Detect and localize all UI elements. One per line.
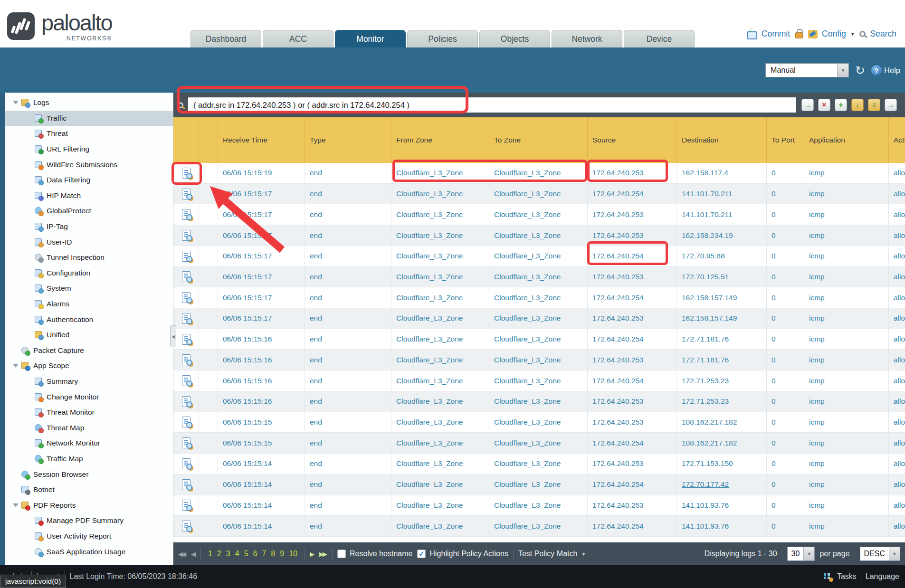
sidebar-item-manage-pdf-summary[interactable]: Manage PDF Summary (5, 513, 173, 529)
sidebar-item-traffic[interactable]: Traffic (5, 111, 173, 126)
log-detail-icon[interactable] (182, 230, 191, 241)
highlight-policy-checkbox[interactable]: ✓ (417, 550, 426, 558)
table-row[interactable]: 06/06 15:15:19endCloudflare_L3_ZoneCloud… (173, 163, 905, 184)
sidebar-item-threat-monitor[interactable]: Threat Monitor (5, 405, 173, 420)
sidebar-item-wildfire-submissions[interactable]: WildFire Submissions (5, 157, 173, 172)
table-row[interactable]: 06/06 15:15:17endCloudflare_L3_ZoneCloud… (173, 225, 905, 246)
sidebar-item-globalprotect[interactable]: GlobalProtect (5, 203, 173, 219)
destination-value[interactable]: 141.101.93.76 (682, 522, 729, 531)
destination-value[interactable]: 108.162.217.182 (682, 439, 737, 447)
source-value[interactable]: 172.64.240.254 (592, 190, 644, 198)
tab-network[interactable]: Network (552, 30, 622, 47)
table-row[interactable]: 06/06 15:15:15endCloudflare_L3_ZoneCloud… (173, 433, 905, 454)
column-header-blank[interactable] (199, 117, 218, 163)
source-value[interactable]: 172.64.240.253 (592, 397, 644, 406)
table-row[interactable]: 06/06 15:15:17endCloudflare_L3_ZoneCloud… (173, 204, 905, 225)
table-row[interactable]: 06/06 15:15:15endCloudflare_L3_ZoneCloud… (173, 412, 905, 433)
sidebar-item-url-filtering[interactable]: URL Filtering (5, 142, 173, 157)
refresh-icon[interactable]: ↻ (855, 65, 865, 76)
destination-value[interactable]: 108.162.217.182 (682, 418, 737, 427)
column-header-from-zone[interactable]: From Zone (391, 117, 489, 163)
select-arrow-icon[interactable]: ▼ (803, 547, 814, 560)
next-page-button[interactable]: ▶ (310, 550, 314, 558)
log-detail-icon[interactable] (182, 313, 191, 324)
sidebar-item-hip-match[interactable]: HIP Match (5, 188, 173, 204)
table-row[interactable]: 06/06 15:15:16endCloudflare_L3_ZoneCloud… (173, 370, 905, 391)
column-header-destination[interactable]: Destination (677, 117, 767, 163)
log-detail-icon[interactable] (182, 479, 191, 490)
sidebar-item-change-monitor[interactable]: Change Monitor (5, 389, 173, 405)
column-header-application[interactable]: Application (804, 117, 889, 163)
select-arrow-icon[interactable]: ▼ (837, 64, 848, 77)
destination-value[interactable]: 172.71.181.76 (682, 335, 729, 343)
column-header-source[interactable]: Source (588, 117, 677, 163)
column-header-action[interactable]: Action (889, 117, 905, 163)
sidebar-item-session-browser[interactable]: Session Browser (5, 466, 173, 482)
source-value[interactable]: 172.64.240.253 (592, 501, 644, 510)
sidebar-item-traffic-map[interactable]: Traffic Map (5, 451, 173, 467)
tasks-button[interactable]: Tasks (837, 572, 857, 581)
page-number-9[interactable]: 9 (280, 550, 284, 558)
log-detail-icon[interactable] (182, 271, 191, 282)
sidebar-item-network-monitor[interactable]: Network Monitor (5, 436, 173, 451)
log-detail-icon[interactable] (182, 168, 191, 179)
table-row[interactable]: 06/06 15:15:17endCloudflare_L3_ZoneCloud… (173, 184, 905, 205)
apply-filter-icon[interactable]: → (801, 99, 814, 111)
tab-policies[interactable]: Policies (407, 30, 478, 47)
filter-input[interactable]: ( addr.src in 172.64.240.253 ) or ( addr… (187, 97, 796, 113)
page-number-7[interactable]: 7 (262, 550, 266, 558)
page-number-10[interactable]: 10 (289, 550, 297, 558)
source-value[interactable]: 172.64.240.254 (592, 335, 644, 343)
refresh-mode-select[interactable]: Manual ▼ (765, 63, 849, 77)
save-filter-icon[interactable]: ↓ (851, 99, 864, 111)
destination-value[interactable]: 172.70.125.51 (682, 273, 729, 281)
log-detail-icon[interactable] (182, 189, 191, 199)
per-page-select[interactable]: 30 ▼ (787, 547, 815, 561)
destination-value[interactable]: 172.70.177.42 (682, 480, 729, 489)
sidebar-item-user-id[interactable]: User-ID (5, 234, 173, 250)
log-detail-icon[interactable] (182, 521, 191, 531)
lock-icon[interactable] (795, 32, 803, 38)
table-row[interactable]: 06/06 15:15:16endCloudflare_L3_ZoneCloud… (173, 350, 905, 370)
sidebar-item-logs[interactable]: Logs (5, 95, 173, 111)
log-detail-icon[interactable] (182, 458, 191, 469)
table-row[interactable]: 06/06 15:15:14endCloudflare_L3_ZoneCloud… (173, 516, 905, 537)
log-detail-icon[interactable] (182, 354, 191, 365)
source-value[interactable]: 172.64.240.253 (592, 459, 644, 468)
sidebar-item-threat[interactable]: Threat (5, 126, 173, 142)
table-row[interactable]: 06/06 15:15:17endCloudflare_L3_ZoneCloud… (173, 246, 905, 267)
config-button[interactable]: Config (822, 29, 846, 39)
table-row[interactable]: 06/06 15:15:14endCloudflare_L3_ZoneCloud… (173, 495, 905, 516)
sidebar-item-tunnel-inspection[interactable]: Tunnel Inspection (5, 250, 173, 266)
table-row[interactable]: 06/06 15:15:14endCloudflare_L3_ZoneCloud… (173, 454, 905, 474)
destination-value[interactable]: 141.101.70.211 (682, 190, 733, 198)
sidebar-item-botnet[interactable]: Botnet (5, 482, 173, 498)
sidebar-item-pdf-reports[interactable]: PDF Reports (5, 497, 173, 513)
source-value[interactable]: 172.64.240.253 (592, 169, 644, 177)
page-number-2[interactable]: 2 (217, 550, 221, 558)
sidebar-item-configuration[interactable]: Configuration (5, 266, 173, 281)
help-control[interactable]: ? Help (871, 65, 900, 76)
language-button[interactable]: Language (866, 572, 899, 581)
first-page-button[interactable]: ◀◀ (178, 550, 186, 558)
log-detail-icon[interactable] (182, 417, 191, 427)
log-detail-icon[interactable] (182, 209, 191, 220)
table-row[interactable]: 06/06 15:15:17endCloudflare_L3_ZoneCloud… (173, 267, 905, 288)
expand-triangle-icon[interactable] (10, 364, 21, 368)
test-policy-match-button[interactable]: Test Policy Match ▼ (518, 550, 586, 558)
sidebar-item-authentication[interactable]: Authentication (5, 312, 173, 327)
log-detail-icon[interactable] (182, 500, 191, 511)
column-header-blank[interactable] (173, 117, 199, 163)
table-row[interactable]: 06/06 15:15:17endCloudflare_L3_ZoneCloud… (173, 287, 905, 308)
log-detail-icon[interactable] (182, 251, 191, 262)
sidebar-item-system[interactable]: System (5, 281, 173, 296)
destination-value[interactable]: 172.71.153.150 (682, 459, 733, 468)
tab-device[interactable]: Device (624, 30, 695, 47)
source-value[interactable]: 172.64.240.253 (592, 356, 644, 364)
sidebar-item-user-activity-report[interactable]: User Activity Report (5, 529, 173, 544)
destination-value[interactable]: 162.158.234.19 (682, 231, 733, 240)
column-header-to-zone[interactable]: To Zone (489, 117, 588, 163)
sidebar-item-alarms[interactable]: Alarms (5, 296, 173, 312)
prev-page-button[interactable]: ◀ (191, 550, 196, 558)
commit-button[interactable]: Commit (762, 29, 790, 39)
